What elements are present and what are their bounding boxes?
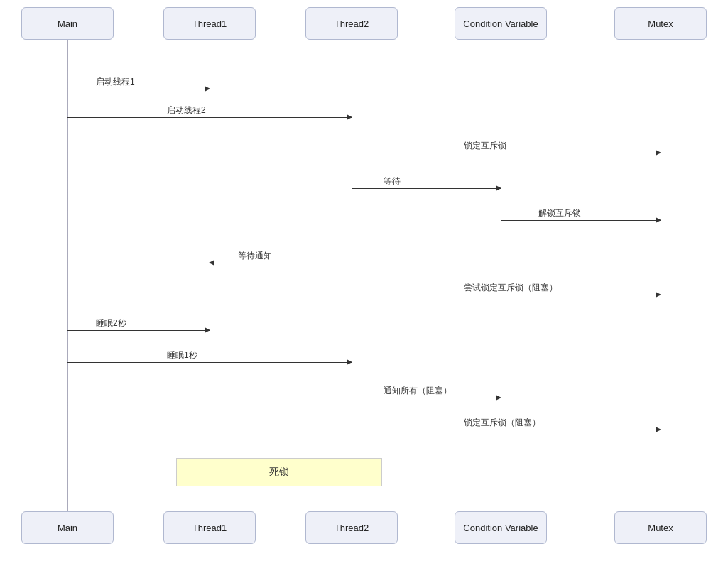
arrow-label: 睡眠1秒 [167,349,197,361]
lifeline-line-thread1 [210,40,210,511]
lifeline-box-top-thread2: Thread2 [305,7,398,40]
lifeline-line-main [67,40,68,511]
arrow-label: 锁定互斥锁 [464,140,506,152]
lifeline-line-mutex [661,40,661,511]
lifeline-box-top-mutex: Mutex [614,7,707,40]
arrow-line [501,220,661,221]
lifeline-box-bottom-main: Main [21,511,114,544]
arrow-label: 等待通知 [238,250,272,262]
arrow-label: 启动线程2 [167,104,206,116]
arrow-label: 等待 [384,175,401,187]
arrow-line [352,188,501,189]
lifeline-box-top-thread1: Thread1 [163,7,256,40]
arrow-label: 锁定互斥锁（阻塞） [464,417,540,429]
arrow-line [210,263,352,263]
arrow-label: 启动线程1 [96,76,135,88]
lifeline-box-bottom-thread1: Thread1 [163,511,256,544]
arrow-label: 睡眠2秒 [96,317,126,329]
arrow-label: 通知所有（阻塞） [384,385,452,397]
arrow-line [67,330,210,331]
lifeline-line-thread2 [352,40,352,511]
arrow-line [67,89,210,89]
arrow-label: 解锁互斥锁 [538,207,581,219]
arrow-line [352,295,661,295]
arrow-line [67,362,352,363]
lifeline-box-bottom-condvar: Condition Variable [455,511,547,544]
arrow-line [352,398,501,398]
arrow-line [352,430,661,430]
sequence-diagram: MainMainThread1Thread1Thread2Thread2Cond… [0,0,728,561]
arrow-label: 尝试锁定互斥锁（阻塞） [464,282,558,294]
arrow-line [67,117,352,118]
arrow-line [352,153,661,153]
lifeline-box-bottom-mutex: Mutex [614,511,707,544]
lifeline-line-condvar [501,40,501,511]
lifeline-box-bottom-thread2: Thread2 [305,511,398,544]
deadlock-box: 死锁 [176,458,382,486]
lifeline-box-top-condvar: Condition Variable [455,7,547,40]
lifeline-box-top-main: Main [21,7,114,40]
